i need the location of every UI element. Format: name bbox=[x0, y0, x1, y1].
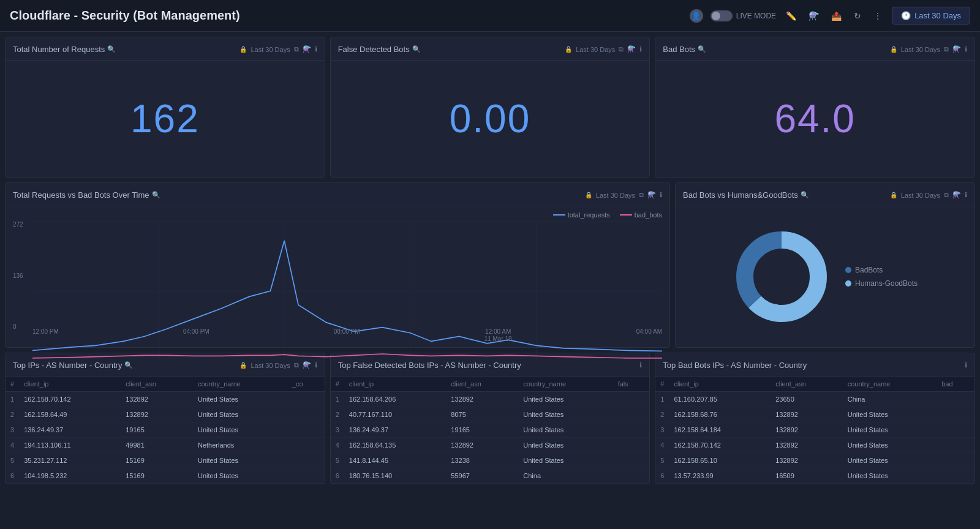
more-icon[interactable]: ⋮ bbox=[871, 9, 884, 23]
donut-chart-controls: 🔒 Last 30 Days ⧉ ⚗️ ℹ bbox=[890, 191, 967, 199]
refresh-icon[interactable]: ↻ bbox=[851, 9, 864, 23]
top-false-bots-panel: Top False Detected Bots IPs - AS Number … bbox=[330, 353, 650, 484]
top-false-bots-header-row: # client_ip client_asn country_name fals bbox=[331, 377, 650, 392]
top-bad-bots-title: Top Bad Bots IPs - AS Number - Country bbox=[663, 361, 807, 370]
info-icon2[interactable]: ℹ bbox=[639, 45, 642, 53]
search-icon[interactable]: 🔍 bbox=[107, 45, 116, 53]
filter-icon-panel2[interactable]: ⚗️ bbox=[627, 45, 636, 53]
filter-icon-panel6[interactable]: ⚗️ bbox=[303, 361, 311, 369]
top-ips-table: # client_ip client_asn country_name _co … bbox=[6, 377, 325, 484]
col-country-name2: country_name bbox=[518, 377, 612, 392]
info-icon6[interactable]: ℹ bbox=[315, 361, 317, 369]
col-client-ip: client_ip bbox=[19, 377, 121, 392]
search-icon2[interactable]: 🔍 bbox=[412, 45, 421, 53]
lock-icon3: 🔒 bbox=[890, 46, 897, 53]
bad-bots-legend-label: BadBots bbox=[855, 266, 883, 274]
date-range-label: Last 30 Days bbox=[914, 11, 961, 20]
donut-chart-panel: Bad Bots vs Humans&GoodBots 🔍 🔒 Last 30 … bbox=[675, 182, 975, 348]
share-icon[interactable]: 📤 bbox=[829, 9, 844, 23]
header: Cloudflare - Security (Bot Management) 👤… bbox=[0, 0, 980, 32]
humans-dot bbox=[845, 280, 851, 287]
table-row: 4194.113.106.1149981Netherlands bbox=[6, 438, 325, 453]
col-client-asn2: client_asn bbox=[446, 377, 518, 392]
total-requests-controls: 🔒 Last 30 Days ⧉ ⚗️ ℹ bbox=[239, 45, 317, 53]
top-false-bots-title: Top False Detected Bots IPs - AS Number … bbox=[338, 361, 521, 370]
top-bad-bots-table-container: # client_ip client_asn country_name bad … bbox=[655, 377, 974, 484]
page-title: Cloudflare - Security (Bot Management) bbox=[10, 9, 690, 23]
bad-bots-panel: Bad Bots 🔍 🔒 Last 30 Days ⧉ ⚗️ ℹ 64.0 bbox=[655, 37, 975, 178]
x-label-1200am: 12:00 AM 11 Mar 19 bbox=[484, 328, 512, 342]
info-icon4[interactable]: ℹ bbox=[660, 191, 662, 199]
col-fals: fals bbox=[613, 377, 650, 392]
bad-bots-date: Last 30 Days bbox=[901, 46, 940, 53]
filter-icon-panel[interactable]: ⚗️ bbox=[303, 45, 311, 53]
user-avatar[interactable]: 👤 bbox=[690, 9, 703, 23]
toggle-switch[interactable] bbox=[710, 10, 733, 21]
top-ips-table-container: # client_ip client_asn country_name _co … bbox=[6, 377, 325, 484]
time-chart-panel: Total Requests vs Bad Bots Over Time 🔍 🔒… bbox=[5, 182, 670, 348]
bad-bots-body: 64.0 bbox=[655, 61, 974, 177]
copy-icon6[interactable]: ⧉ bbox=[294, 361, 299, 369]
top-ips-controls: 🔒 Last 30 Days ⧉ ⚗️ ℹ bbox=[239, 361, 317, 369]
dashboard: Total Number of Requests 🔍 🔒 Last 30 Day… bbox=[0, 32, 980, 489]
col-country-name: country_name bbox=[193, 377, 287, 392]
copy-icon2[interactable]: ⧉ bbox=[619, 45, 624, 53]
time-chart-controls: 🔒 Last 30 Days ⧉ ⚗️ ℹ bbox=[585, 191, 662, 199]
top-ips-title: Top IPs - AS Number - Country 🔍 bbox=[13, 361, 133, 370]
clock-icon: 🕐 bbox=[901, 11, 911, 20]
search-icon3[interactable]: 🔍 bbox=[698, 45, 706, 53]
edit-icon[interactable]: ✏️ bbox=[783, 9, 799, 23]
table-row: 3162.158.64.184132892United States bbox=[655, 422, 974, 438]
table-row: 1162.158.64.206132892United States bbox=[331, 392, 650, 407]
filter-icon-panel3[interactable]: ⚗️ bbox=[952, 45, 961, 53]
x-label-0400pm: 04:00 PM bbox=[183, 328, 209, 342]
legend-bad-bots: bad_bots bbox=[620, 211, 662, 219]
false-detected-controls: 🔒 Last 30 Days ⧉ ⚗️ ℹ bbox=[565, 45, 642, 53]
top-bad-bots-header-row: # client_ip client_asn country_name bad bbox=[655, 377, 974, 392]
x-label-0800pm: 08:00 PM bbox=[334, 328, 360, 342]
info-icon8[interactable]: ℹ bbox=[965, 361, 967, 369]
top-ips-tbody: 1162.158.70.142132892United States2162.1… bbox=[6, 392, 325, 484]
info-icon3[interactable]: ℹ bbox=[965, 45, 967, 53]
toggle-knob bbox=[712, 12, 720, 20]
false-detected-date: Last 30 Days bbox=[576, 46, 615, 53]
legend-bad-bots-item: BadBots bbox=[845, 266, 918, 274]
bottom-row: Top IPs - AS Number - Country 🔍 🔒 Last 3… bbox=[5, 353, 975, 484]
table-row: 4162.158.64.135132892United States bbox=[331, 438, 650, 453]
search-icon4[interactable]: 🔍 bbox=[152, 191, 160, 199]
filter-icon-panel4[interactable]: ⚗️ bbox=[647, 191, 656, 199]
time-chart-date: Last 30 Days bbox=[596, 192, 635, 199]
donut-chart-title: Bad Bots vs Humans&GoodBots 🔍 bbox=[683, 190, 809, 200]
total-requests-title: Total Number of Requests 🔍 bbox=[13, 45, 116, 54]
x-axis-labels: 12:00 PM 04:00 PM 08:00 PM 12:00 AM 11 M… bbox=[32, 328, 662, 342]
info-icon5[interactable]: ℹ bbox=[965, 191, 967, 199]
copy-icon[interactable]: ⧉ bbox=[294, 45, 299, 53]
copy-icon5[interactable]: ⧉ bbox=[944, 191, 949, 199]
y-label-bot: 0 bbox=[13, 323, 23, 330]
header-controls: 👤 LIVE MODE ✏️ ⚗️ 📤 ↻ ⋮ 🕐 Last 30 Days bbox=[690, 7, 970, 24]
table-row: 3136.24.49.3719165United States bbox=[6, 422, 325, 438]
filter-icon[interactable]: ⚗️ bbox=[806, 9, 821, 23]
false-detected-body: 0.00 bbox=[331, 61, 650, 177]
svg-point-9 bbox=[754, 249, 809, 304]
lock-icon4: 🔒 bbox=[585, 192, 592, 198]
top-bad-bots-table: # client_ip client_asn country_name bad … bbox=[655, 377, 974, 484]
live-mode-label: LIVE MODE bbox=[736, 12, 776, 20]
search-icon5[interactable]: 🔍 bbox=[801, 191, 809, 199]
col-country-name3: country_name bbox=[843, 377, 937, 392]
date-range-button[interactable]: 🕐 Last 30 Days bbox=[892, 7, 970, 24]
table-row: 5162.158.65.10132892United States bbox=[655, 453, 974, 468]
live-mode-toggle[interactable]: LIVE MODE bbox=[710, 10, 776, 21]
false-detected-header: False Detected Bots 🔍 🔒 Last 30 Days ⧉ ⚗… bbox=[331, 37, 650, 61]
legend-total-requests: total_requests bbox=[553, 211, 610, 219]
copy-icon4[interactable]: ⧉ bbox=[639, 191, 644, 199]
copy-icon3[interactable]: ⧉ bbox=[944, 45, 949, 53]
col-client-asn3: client_asn bbox=[771, 377, 843, 392]
filter-icon-panel5[interactable]: ⚗️ bbox=[952, 191, 961, 199]
search-icon6[interactable]: 🔍 bbox=[124, 361, 133, 369]
info-icon[interactable]: ℹ bbox=[315, 45, 317, 53]
time-chart-title: Total Requests vs Bad Bots Over Time 🔍 bbox=[13, 190, 160, 200]
info-icon7[interactable]: ℹ bbox=[639, 361, 642, 369]
false-detected-title: False Detected Bots 🔍 bbox=[338, 45, 421, 54]
donut-body: BadBots Humans-GoodBots bbox=[676, 206, 974, 347]
